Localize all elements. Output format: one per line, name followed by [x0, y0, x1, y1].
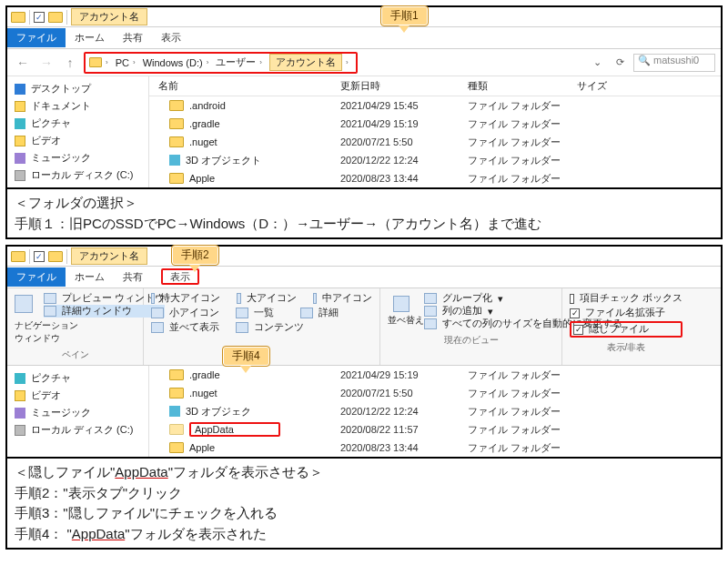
file-list: .gradle2021/04/29 15:19ファイル フォルダー .nuget…	[149, 366, 721, 457]
item-checkbox-option[interactable]: 項目チェック ボックス	[570, 292, 682, 305]
up-button[interactable]: ↑	[60, 53, 80, 73]
menubar: ファイル ホーム 共有 表示	[7, 267, 721, 288]
dropdown-icon[interactable]: ⌄	[588, 56, 607, 68]
instruction-1: ＜フォルダの選択＞ 手順１：旧PCのSSDでPC→Windows（D：）→ユーザ…	[7, 187, 721, 237]
window-title: アカウント名	[71, 247, 147, 265]
sidebar-item-localc[interactable]: ローカル ディスク (C:)	[11, 166, 145, 184]
sidebar-item-pictures[interactable]: ピクチャ	[11, 369, 145, 387]
file-row[interactable]: .gradle2021/04/29 15:19ファイル フォルダー	[149, 115, 721, 133]
col-size[interactable]: サイズ	[577, 79, 632, 93]
sidebar: ピクチャ ビデオ ミュージック ローカル ディスク (C:)	[7, 366, 149, 457]
forward-button[interactable]: →	[36, 53, 56, 73]
sidebar-item-music[interactable]: ミュージック	[11, 149, 145, 166]
col-date[interactable]: 更新日時	[340, 79, 468, 93]
file-row[interactable]: .gradle2021/04/29 15:19ファイル フォルダー	[149, 366, 721, 384]
file-row[interactable]: Apple2020/08/23 13:44ファイル フォルダー	[149, 439, 721, 457]
sort-icon[interactable]	[393, 296, 410, 312]
content-area: 手順4 ピクチャ ビデオ ミュージック ローカル ディスク (C:) .grad…	[7, 366, 721, 457]
file-row-appdata[interactable]: AppData2020/08/22 11:57ファイル フォルダー	[149, 420, 721, 439]
content-area: デスクトップ ドキュメント ピクチャ ビデオ ミュージック ローカル ディスク …	[7, 76, 721, 187]
folder-icon	[11, 12, 25, 23]
ribbon-group-currentview: 並べ替え グループ化 ▾ 列の追加 ▾ すべての列のサイズを自動的に変更する 現…	[380, 288, 562, 365]
menubar: ファイル ホーム 共有 表示	[7, 27, 721, 49]
file-row[interactable]: .nuget2020/07/21 5:50ファイル フォルダー	[149, 133, 721, 151]
titlebar: ✓ アカウント名	[7, 247, 721, 267]
folder-icon	[89, 57, 102, 67]
callout-step1: 手順1	[380, 5, 429, 26]
ribbon: プレビュー ウィンドウ 詳細ウィンドウ ナビゲーションウィンドウ ペイン 特大ア…	[7, 288, 721, 366]
menu-share[interactable]: 共有	[114, 28, 152, 47]
sidebar-item-documents[interactable]: ドキュメント	[11, 97, 145, 115]
refresh-icon[interactable]: ⟳	[611, 56, 630, 68]
search-input[interactable]: 🔍 matsushi0	[633, 54, 715, 72]
column-headers: 名前 更新日時 種類 サイズ	[149, 76, 721, 96]
navpane-icon[interactable]	[15, 295, 33, 313]
folder-icon	[11, 251, 25, 262]
sidebar-item-localc[interactable]: ローカル ディスク (C:)	[11, 421, 145, 439]
folder-icon	[48, 12, 63, 23]
explorer-window-1: 手順1 ✓ アカウント名 ファイル ホーム 共有 表示 ← → ↑ › PC› …	[5, 5, 723, 239]
menu-home[interactable]: ホーム	[66, 267, 114, 287]
quick-checkbox[interactable]: ✓	[34, 12, 45, 23]
col-name[interactable]: 名前	[149, 79, 340, 93]
callout-step4: 手順4	[222, 346, 270, 367]
hidden-file-option[interactable]: ✓隠しファイル	[570, 321, 682, 338]
quick-checkbox[interactable]: ✓	[34, 251, 45, 262]
col-type[interactable]: 種類	[468, 79, 577, 93]
sidebar-item-desktop[interactable]: デスクトップ	[11, 80, 145, 97]
breadcrumb[interactable]: › PC› Windows (D:)› ユーザー› アカウント名›	[84, 52, 358, 74]
sidebar-item-videos[interactable]: ビデオ	[11, 132, 145, 149]
menu-home[interactable]: ホーム	[66, 28, 114, 47]
sidebar-item-videos[interactable]: ビデオ	[11, 387, 145, 404]
file-row[interactable]: .nuget2020/07/21 5:50ファイル フォルダー	[149, 384, 721, 402]
back-button[interactable]: ←	[13, 53, 33, 73]
ribbon-group-pane: プレビュー ウィンドウ 詳細ウィンドウ ナビゲーションウィンドウ ペイン	[7, 288, 144, 365]
sidebar-item-music[interactable]: ミュージック	[11, 404, 145, 421]
extension-option[interactable]: ✓ファイル名拡張子	[570, 307, 682, 319]
explorer-window-2: 手順2 手順3 ✓ アカウント名 ファイル ホーム 共有 表示 プレビュー ウィ…	[5, 245, 723, 550]
window-title: アカウント名	[71, 8, 147, 25]
callout-step2: 手順2	[171, 245, 219, 266]
instruction-2: ＜隠しファイル"AppData"フォルダを表示させる＞ 手順2："表示タブ"クリ…	[7, 457, 721, 548]
folder-icon	[48, 251, 63, 262]
menu-file[interactable]: ファイル	[7, 267, 66, 287]
file-list: 名前 更新日時 種類 サイズ .android2021/04/29 15:45フ…	[149, 76, 721, 187]
menu-share[interactable]: 共有	[114, 267, 152, 287]
sidebar: デスクトップ ドキュメント ピクチャ ビデオ ミュージック ローカル ディスク …	[7, 76, 149, 187]
address-bar-row: ← → ↑ › PC› Windows (D:)› ユーザー› アカウント名› …	[7, 49, 721, 76]
menu-file[interactable]: ファイル	[7, 28, 66, 47]
ribbon-group-showhide: 項目チェック ボックス ✓ファイル名拡張子 ✓隠しファイル 表示/非表	[562, 288, 690, 365]
titlebar: ✓ アカウント名	[7, 7, 721, 27]
file-row[interactable]: 3D オブジェクト2020/12/22 12:24ファイル フォルダー	[149, 151, 721, 169]
menu-view[interactable]: 表示	[152, 28, 190, 47]
file-row[interactable]: .android2021/04/29 15:45ファイル フォルダー	[149, 96, 721, 115]
file-row[interactable]: 3D オブジェク2020/12/22 12:24ファイル フォルダー	[149, 402, 721, 420]
file-row[interactable]: Apple2020/08/23 13:44ファイル フォルダー	[149, 169, 721, 187]
sidebar-item-pictures[interactable]: ピクチャ	[11, 115, 145, 132]
